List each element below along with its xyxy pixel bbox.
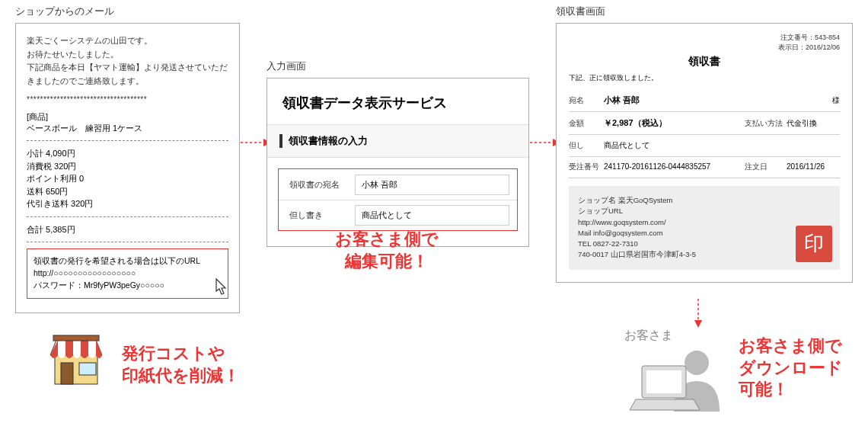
svg-point-7 [685, 351, 709, 375]
svg-rect-2 [79, 363, 96, 375]
tadashi-label: 但し書き [279, 210, 355, 221]
cod: 代引き送料 320円 [27, 197, 228, 210]
addressee-input[interactable]: 小林 吾郎 [355, 175, 509, 195]
product-head: [商品] [27, 111, 228, 123]
email-title: ショップからのメール [15, 5, 240, 18]
url-msg: 領収書の発行を希望される場合は以下のURL [34, 255, 222, 268]
orderdate-label: 注文日 [745, 162, 787, 172]
shop-icon [46, 329, 107, 392]
orderdate-value: 2016/11/26 [787, 162, 840, 171]
email-sep: ************************************ [27, 95, 228, 104]
receipt-note: 下記、正に領収致しました。 [569, 73, 840, 83]
form-heading: 領収書データ表示サービス [267, 79, 528, 124]
email-l2: お待たせいたしました。 [27, 48, 228, 62]
addressee-label: 領収書の宛名 [279, 179, 355, 191]
sama: 様 [832, 96, 840, 106]
amount-value: ￥2,987（税込） [604, 118, 667, 127]
arrow-down-icon [693, 299, 704, 328]
form-column: 入力画面 領収書データ表示サービス 領収書情報の入力 領収書の宛名 小林 吾郎 … [266, 59, 529, 247]
pay-label: 支払い方法 [745, 119, 787, 129]
name-label: 宛名 [569, 96, 604, 106]
customer-icon [628, 343, 727, 421]
tadashi-row: 但し書き 商品代として [279, 200, 517, 230]
editable-callout: お客さま側で 編集可能！ [335, 229, 439, 272]
amount-label: 金額 [569, 119, 604, 129]
subtotal: 小計 4,090円 [27, 147, 228, 160]
accept-value: 241170-20161126-0444835257 [604, 162, 745, 171]
email-l3: 下記商品を本日【ヤマト運輸】より発送させていただきましたのでご連絡致します。 [27, 61, 228, 88]
tadashi-input[interactable]: 商品代として [355, 205, 509, 226]
stamp-icon: 印 [796, 226, 832, 262]
tadashi-value2: 商品代として [604, 140, 840, 151]
divider [27, 242, 228, 242]
email-l1: 楽天ごくーシステムの山田です。 [27, 34, 228, 48]
email-column: ショップからのメール 楽天ごくーシステムの山田です。 お待たせいたしました。 下… [15, 5, 240, 313]
form-title: 入力画面 [266, 59, 529, 73]
url-line[interactable]: http://○○○○○○○○○○○○○○○○○ [34, 268, 222, 280]
shipping: 送料 650円 [27, 185, 228, 198]
download-callout: お客さま側で ダウンロード 可能！ [739, 335, 843, 401]
svg-rect-1 [61, 363, 73, 384]
cursor-icon [211, 277, 232, 303]
receipt-column: 領収書画面 注文番号：543-854 表示日：2016/12/06 領収書 下記… [556, 5, 853, 283]
customer-label: お客さま [624, 328, 673, 344]
receipt-box: 注文番号：543-854 表示日：2016/12/06 領収書 下記、正に領収致… [556, 23, 853, 283]
receipt-heading: 領収書 [569, 55, 840, 69]
form-box: 領収書データ表示サービス 領収書情報の入力 領収書の宛名 小林 吾郎 但し書き … [266, 78, 529, 247]
svg-rect-3 [53, 335, 99, 341]
product-line: ベースボール 練習用 1ケース [27, 123, 228, 134]
divider [27, 216, 228, 217]
shop-info: ショップ名 楽天GoQSystem ショップURL http://www.goq… [569, 186, 840, 270]
form-sub: 領収書情報の入力 [279, 134, 516, 148]
name-value: 小林 吾郎 [604, 95, 640, 104]
tadashi-label2: 但し [569, 141, 604, 151]
addressee-row: 領収書の宛名 小林 吾郎 [279, 169, 517, 200]
pay-value: 代金引換 [787, 118, 840, 129]
divider [27, 140, 228, 141]
tax: 消費税 320円 [27, 160, 228, 173]
accept-label: 受注番号 [569, 162, 604, 172]
url-box: 領収書の発行を希望される場合は以下のURL http://○○○○○○○○○○○… [27, 248, 228, 298]
email-box: 楽天ごくーシステムの山田です。 お待たせいたしました。 下記商品を本日【ヤマト運… [15, 23, 240, 313]
field-area: 領収書の宛名 小林 吾郎 但し書き 商品代として [278, 168, 518, 231]
svg-rect-9 [646, 370, 681, 393]
pass-line: パスワード：Mr9fyPW3peGy○○○○○ [34, 280, 222, 292]
cost-reduction-callout: 発行コストや 印紙代を削減！ [122, 343, 240, 386]
points: ポイント利用 0 [27, 172, 228, 185]
receipt-title-label: 領収書画面 [556, 5, 853, 18]
receipt-meta: 注文番号：543-854 表示日：2016/12/06 [569, 33, 840, 52]
total: 合計 5,385円 [27, 223, 228, 236]
